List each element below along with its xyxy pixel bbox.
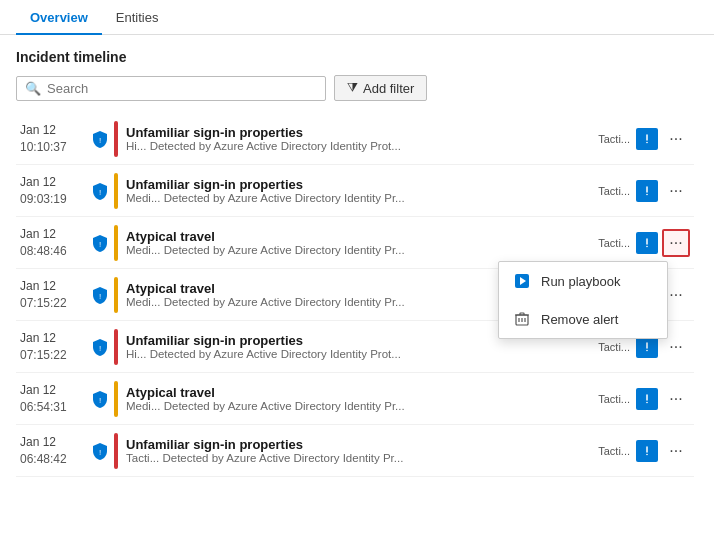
- time-label: 10:10:37: [20, 139, 86, 156]
- time-col: Jan 12 06:54:31: [20, 382, 86, 416]
- context-menu: Run playbook Remove alert: [498, 261, 668, 339]
- info-col: Atypical travel Medi... Detected by Azur…: [126, 385, 592, 412]
- severity-indicator: [114, 121, 118, 157]
- svg-text:!: !: [99, 448, 101, 457]
- date-label: Jan 12: [20, 330, 86, 347]
- tactic-badge: Tacti...: [598, 341, 630, 353]
- search-input-wrap[interactable]: 🔍: [16, 76, 326, 101]
- date-label: Jan 12: [20, 382, 86, 399]
- remove-alert-label: Remove alert: [541, 312, 618, 327]
- timeline-row: Jan 12 06:48:42 ! Unfamiliar sign-in pro…: [16, 425, 694, 477]
- tactic-badge: Tacti...: [598, 445, 630, 457]
- svg-text:!: !: [99, 188, 101, 197]
- svg-point-5: [646, 193, 648, 195]
- more-options-button[interactable]: ···: [662, 229, 690, 257]
- time-col: Jan 12 07:15:22: [20, 330, 86, 364]
- time-col: Jan 12 06:48:42: [20, 434, 86, 468]
- incident-sub: Hi... Detected by Azure Active Directory…: [126, 140, 592, 152]
- time-col: Jan 12 07:15:22: [20, 278, 86, 312]
- section-title: Incident timeline: [16, 49, 698, 65]
- search-bar: 🔍 ⧩ Add filter: [16, 75, 698, 101]
- svg-text:!: !: [99, 136, 101, 145]
- incident-sub: Medi... Detected by Azure Active Directo…: [126, 244, 592, 256]
- info-col: Unfamiliar sign-in properties Tacti... D…: [126, 437, 592, 464]
- svg-point-2: [646, 141, 648, 143]
- tab-entities[interactable]: Entities: [102, 0, 173, 35]
- svg-point-20: [646, 453, 648, 455]
- incident-title: Atypical travel: [126, 385, 592, 400]
- svg-text:!: !: [99, 240, 101, 249]
- filter-icon: ⧩: [347, 80, 358, 96]
- tactic-badge: Tacti...: [598, 185, 630, 197]
- date-label: Jan 12: [20, 122, 86, 139]
- severity-indicator: [114, 381, 118, 417]
- alert-icon: [636, 180, 658, 202]
- more-options-button[interactable]: ···: [662, 125, 690, 153]
- svg-text:!: !: [99, 292, 101, 301]
- svg-text:!: !: [99, 344, 101, 353]
- tab-bar: Overview Entities: [0, 0, 714, 35]
- search-icon: 🔍: [25, 81, 41, 96]
- tab-overview[interactable]: Overview: [16, 0, 102, 35]
- add-filter-button[interactable]: ⧩ Add filter: [334, 75, 427, 101]
- remove-alert-icon: [513, 310, 531, 328]
- incident-sub: Tacti... Detected by Azure Active Direct…: [126, 452, 592, 464]
- time-col: Jan 12 08:48:46: [20, 226, 86, 260]
- time-col: Jan 12 10:10:37: [20, 122, 86, 156]
- shield-icon: !: [90, 234, 110, 252]
- tactic-badge: Tacti...: [598, 237, 630, 249]
- shield-icon: !: [90, 390, 110, 408]
- time-label: 06:48:42: [20, 451, 86, 468]
- timeline-row: Jan 12 09:03:19 ! Unfamiliar sign-in pro…: [16, 165, 694, 217]
- incident-title: Atypical travel: [126, 229, 592, 244]
- time-label: 09:03:19: [20, 191, 86, 208]
- timeline-container: Jan 12 10:10:37 ! Unfamiliar sign-in pro…: [16, 113, 698, 513]
- incident-sub: Medi... Detected by Azure Active Directo…: [126, 192, 592, 204]
- svg-text:!: !: [99, 396, 101, 405]
- run-playbook-label: Run playbook: [541, 274, 621, 289]
- svg-point-14: [646, 349, 648, 351]
- incident-title: Unfamiliar sign-in properties: [126, 177, 592, 192]
- incident-sub: Medi... Detected by Azure Active Directo…: [126, 400, 592, 412]
- time-label: 06:54:31: [20, 399, 86, 416]
- shield-icon: !: [90, 338, 110, 356]
- incident-sub: Hi... Detected by Azure Active Directory…: [126, 348, 592, 360]
- alert-icon: [636, 128, 658, 150]
- date-label: Jan 12: [20, 174, 86, 191]
- info-col: Atypical travel Medi... Detected by Azur…: [126, 229, 592, 256]
- severity-indicator: [114, 173, 118, 209]
- severity-indicator: [114, 225, 118, 261]
- add-filter-label: Add filter: [363, 81, 414, 96]
- alert-icon: [636, 440, 658, 462]
- time-label: 07:15:22: [20, 295, 86, 312]
- severity-indicator: [114, 329, 118, 365]
- more-options-button[interactable]: ···: [662, 385, 690, 413]
- context-menu-remove-alert[interactable]: Remove alert: [499, 300, 667, 338]
- incident-title: Unfamiliar sign-in properties: [126, 125, 592, 140]
- tactic-badge: Tacti...: [598, 393, 630, 405]
- shield-icon: !: [90, 286, 110, 304]
- context-menu-run-playbook[interactable]: Run playbook: [499, 262, 667, 300]
- svg-point-17: [646, 401, 648, 403]
- alert-icon: [636, 232, 658, 254]
- more-options-button[interactable]: ···: [662, 437, 690, 465]
- time-col: Jan 12 09:03:19: [20, 174, 86, 208]
- severity-indicator: [114, 433, 118, 469]
- severity-indicator: [114, 277, 118, 313]
- shield-icon: !: [90, 130, 110, 148]
- more-options-button[interactable]: ···: [662, 177, 690, 205]
- date-label: Jan 12: [20, 226, 86, 243]
- alert-icon: [636, 388, 658, 410]
- time-label: 07:15:22: [20, 347, 86, 364]
- incident-title: Unfamiliar sign-in properties: [126, 437, 592, 452]
- search-input[interactable]: [47, 81, 317, 96]
- date-label: Jan 12: [20, 278, 86, 295]
- timeline-row: Jan 12 10:10:37 ! Unfamiliar sign-in pro…: [16, 113, 694, 165]
- info-col: Unfamiliar sign-in properties Hi... Dete…: [126, 125, 592, 152]
- run-playbook-icon: [513, 272, 531, 290]
- time-label: 08:48:46: [20, 243, 86, 260]
- svg-point-8: [646, 245, 648, 247]
- tactic-badge: Tacti...: [598, 133, 630, 145]
- info-col: Unfamiliar sign-in properties Medi... De…: [126, 177, 592, 204]
- date-label: Jan 12: [20, 434, 86, 451]
